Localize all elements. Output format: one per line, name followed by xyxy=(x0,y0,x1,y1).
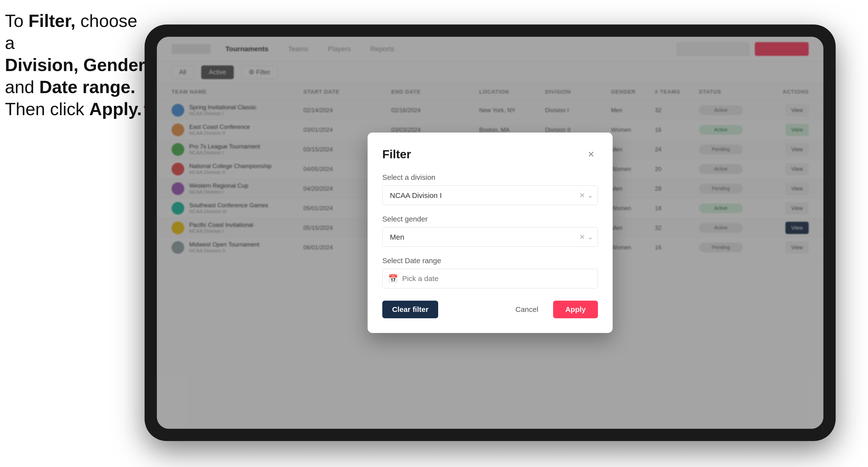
gender-select-icons: ✕ ⌄ xyxy=(579,233,593,241)
gender-field-group: Select gender Men Women Mixed ✕ ⌄ xyxy=(382,215,598,247)
division-field-group: Select a division NCAA Division I NCAA D… xyxy=(382,173,598,205)
date-field-group: Select Date range 📅 xyxy=(382,256,598,288)
instruction-text: To Filter, choose a Division, Gender and… xyxy=(5,10,147,120)
tablet-screen: Tournaments Teams Players Reports All Ac… xyxy=(157,37,824,429)
cancel-button[interactable]: Cancel xyxy=(505,301,548,318)
gender-chevron-icon: ⌄ xyxy=(587,233,593,241)
modal-footer-right: Cancel Apply xyxy=(505,301,598,318)
instruction-bold2: Division, Gender xyxy=(5,55,145,75)
modal-overlay: Filter × Select a division NCAA Division… xyxy=(157,37,824,429)
apply-button[interactable]: Apply xyxy=(553,301,598,318)
chevron-down-icon: ⌄ xyxy=(587,191,593,199)
modal-title: Filter xyxy=(382,148,411,161)
date-label: Select Date range xyxy=(382,256,598,265)
gender-label: Select gender xyxy=(382,215,598,223)
filter-modal: Filter × Select a division NCAA Division… xyxy=(368,132,613,333)
division-select[interactable]: NCAA Division I NCAA Division II NCAA Di… xyxy=(382,185,598,205)
select-icons: ✕ ⌄ xyxy=(579,191,593,199)
date-input-wrapper: 📅 xyxy=(382,269,598,288)
select-clear-icon[interactable]: ✕ xyxy=(579,191,585,199)
instruction-line3: Then click Apply. xyxy=(5,99,142,119)
instruction-line2: and Date range. xyxy=(5,77,135,97)
division-label: Select a division xyxy=(382,173,598,182)
gender-select-wrapper: Men Women Mixed ✕ ⌄ xyxy=(382,227,598,247)
clear-filter-button[interactable]: Clear filter xyxy=(382,301,438,318)
instruction-line1: To Filter, choose a xyxy=(5,11,137,53)
date-range-input[interactable] xyxy=(382,269,598,288)
calendar-icon: 📅 xyxy=(388,274,398,283)
gender-clear-icon[interactable]: ✕ xyxy=(579,233,585,241)
modal-header: Filter × xyxy=(382,147,598,161)
tablet-frame: Tournaments Teams Players Reports All Ac… xyxy=(145,25,836,441)
modal-footer: Clear filter Cancel Apply xyxy=(382,301,598,318)
modal-close-button[interactable]: × xyxy=(584,147,598,161)
division-select-wrapper: NCAA Division I NCAA Division II NCAA Di… xyxy=(382,185,598,205)
gender-select[interactable]: Men Women Mixed xyxy=(382,227,598,247)
